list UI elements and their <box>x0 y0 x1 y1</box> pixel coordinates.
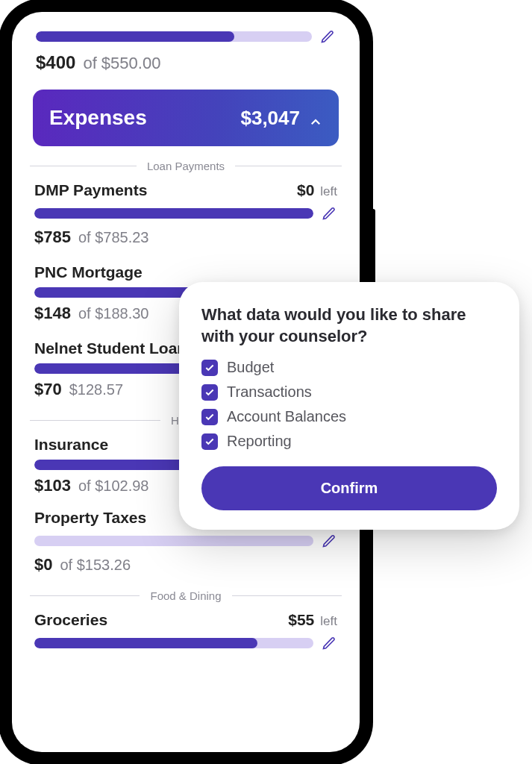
option-reporting[interactable]: Reporting <box>201 433 497 450</box>
top-progress-bar <box>36 31 312 42</box>
item-name: PNC Mortgage <box>34 263 143 281</box>
edit-icon[interactable] <box>319 28 336 45</box>
confirm-button[interactable]: Confirm <box>201 466 497 510</box>
edit-icon[interactable] <box>321 533 337 549</box>
item-progress-bar <box>34 638 313 648</box>
phone-side-button <box>0 187 1 246</box>
item-total: of $188.30 <box>78 305 149 322</box>
section-divider: Loan Payments <box>30 160 342 172</box>
checkbox-checked-icon[interactable] <box>201 384 218 401</box>
expense-item-groceries: Groceries $55 left <box>24 607 348 653</box>
item-paid: $148 <box>34 304 71 323</box>
option-budget[interactable]: Budget <box>201 359 497 376</box>
expenses-title: Expenses <box>49 106 147 130</box>
phone-side-button <box>0 134 1 169</box>
top-amount: $400 <box>36 52 75 73</box>
option-label: Transactions <box>227 383 312 401</box>
expenses-header[interactable]: Expenses $3,047 <box>33 90 339 146</box>
expenses-total: $3,047 <box>240 107 300 130</box>
item-name: Groceries <box>34 611 107 629</box>
checkbox-checked-icon[interactable] <box>201 433 218 450</box>
top-budget-card: $400 of $550.00 <box>24 19 348 85</box>
item-paid: $785 <box>34 228 71 247</box>
item-total: of $102.98 <box>78 478 149 495</box>
expense-item-dmp: DMP Payments $0 left $785 of $785.23 <box>24 177 348 248</box>
option-account-balances[interactable]: Account Balances <box>201 408 497 425</box>
section-loan-payments: Loan Payments <box>147 160 225 172</box>
item-left-label: left <box>320 614 337 629</box>
item-value: $55 <box>288 611 314 629</box>
item-progress-bar <box>34 536 313 546</box>
option-label: Budget <box>227 359 274 376</box>
edit-icon[interactable] <box>321 205 337 222</box>
item-name: Property Taxes <box>34 509 146 527</box>
modal-title: What data would you like to share with y… <box>201 304 497 347</box>
option-label: Reporting <box>227 433 292 450</box>
item-value: $0 <box>297 181 314 199</box>
option-label: Account Balances <box>227 408 346 425</box>
chevron-up-icon <box>309 111 322 125</box>
item-total: of $153.26 <box>60 557 131 574</box>
item-name: DMP Payments <box>34 181 147 199</box>
option-transactions[interactable]: Transactions <box>201 383 497 401</box>
top-total: of $550.00 <box>83 54 160 73</box>
item-paid: $103 <box>34 476 71 495</box>
edit-icon[interactable] <box>321 635 337 651</box>
item-name: Insurance <box>34 436 108 454</box>
item-paid: $0 <box>34 555 52 574</box>
section-divider: Food & Dining <box>30 589 342 602</box>
item-name: Nelnet Student Loan <box>34 339 187 357</box>
phone-side-button <box>0 261 1 321</box>
checkbox-checked-icon[interactable] <box>201 409 218 425</box>
checkbox-checked-icon[interactable] <box>201 360 218 376</box>
share-data-modal: What data would you like to share with y… <box>179 282 519 530</box>
section-food: Food & Dining <box>150 589 221 602</box>
item-progress-bar <box>34 208 313 219</box>
item-total: $128.57 <box>69 381 123 398</box>
item-left-label: left <box>320 184 337 199</box>
item-paid: $70 <box>34 380 62 399</box>
item-total: of $785.23 <box>78 229 149 246</box>
